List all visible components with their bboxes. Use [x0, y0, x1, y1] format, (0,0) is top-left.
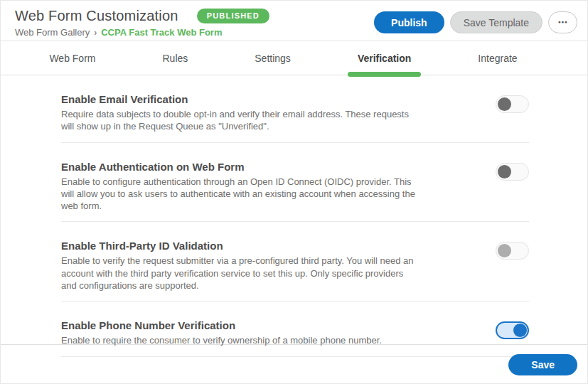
save-button[interactable]: Save [508, 354, 577, 375]
setting-description: Enable to configure authentication throu… [61, 176, 420, 213]
setting-description: Require data subjects to double opt-in a… [61, 108, 420, 133]
save-template-button[interactable]: Save Template [450, 11, 542, 33]
setting-title: Enable Phone Number Verification [61, 319, 382, 331]
tab-rules[interactable]: Rules [152, 41, 198, 75]
active-tab-underline [348, 72, 421, 77]
setting-title: Enable Authentication on Web Form [61, 161, 420, 173]
tab-bar: Web FormRulesSettingsVerificationIntegra… [1, 41, 587, 75]
setting-title: Enable Third-Party ID Validation [61, 240, 420, 252]
header-left: Web Form Customization PUBLISHED Web For… [15, 8, 269, 41]
tab-label: Web Form [49, 53, 95, 64]
status-badge: PUBLISHED [197, 9, 269, 23]
tab-label: Verification [358, 53, 411, 64]
setting-row-third-party-id-validation: Enable Third-Party ID ValidationEnable t… [61, 222, 529, 302]
header-actions: Publish Save Template ●●● [374, 8, 577, 41]
footer: Save [1, 344, 587, 384]
title-row: Web Form Customization PUBLISHED [15, 8, 269, 24]
page-header: Web Form Customization PUBLISHED Web For… [1, 1, 587, 41]
authentication-on-web-form-toggle[interactable] [496, 163, 529, 181]
tab-label: Settings [255, 53, 291, 64]
page-title: Web Form Customization [15, 8, 178, 24]
tab-settings[interactable]: Settings [245, 41, 301, 75]
toggle-knob-icon [498, 244, 511, 257]
setting-description: Enable to verify the request submitter v… [61, 255, 420, 292]
setting-row-authentication-on-web-form: Enable Authentication on Web FormEnable … [61, 143, 529, 223]
tab-verification[interactable]: Verification [348, 41, 421, 75]
publish-button[interactable]: Publish [374, 11, 444, 33]
breadcrumb-parent-link[interactable]: Web Form Gallery [15, 27, 90, 38]
tab-integrate[interactable]: Integrate [468, 41, 527, 75]
toggle-knob-icon [513, 324, 527, 337]
breadcrumb-current: CCPA Fast Track Web Form [101, 27, 222, 38]
third-party-id-validation-toggle[interactable] [496, 242, 529, 260]
tab-web-form[interactable]: Web Form [39, 41, 105, 75]
more-options-button[interactable]: ●●● [548, 11, 577, 33]
tab-label: Rules [162, 53, 188, 64]
toggle-knob-icon [498, 97, 511, 111]
setting-text: Enable Third-Party ID ValidationEnable t… [61, 240, 420, 292]
email-verification-toggle[interactable] [496, 95, 529, 113]
breadcrumb-separator-icon: › [94, 28, 97, 38]
ellipsis-icon: ●●● [558, 20, 568, 24]
setting-row-email-verification: Enable Email VerificationRequire data su… [61, 75, 529, 143]
phone-number-verification-toggle[interactable] [496, 321, 529, 339]
tab-label: Integrate [478, 53, 517, 64]
setting-text: Enable Phone Number VerificationEnable t… [61, 319, 382, 346]
setting-text: Enable Authentication on Web FormEnable … [61, 161, 420, 213]
settings-list: Enable Email VerificationRequire data su… [1, 75, 587, 344]
setting-title: Enable Email Verification [61, 93, 420, 105]
setting-description: Enable to require the consumer to verify… [61, 334, 382, 346]
toggle-knob-icon [498, 165, 511, 178]
breadcrumb: Web Form Gallery › CCPA Fast Track Web F… [15, 27, 269, 38]
setting-text: Enable Email VerificationRequire data su… [61, 93, 420, 133]
